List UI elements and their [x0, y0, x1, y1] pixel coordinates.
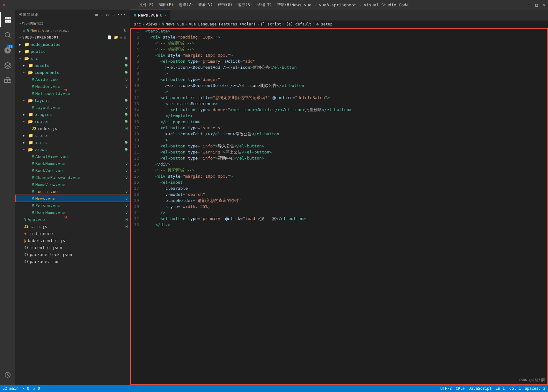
activity-explorer[interactable] [0, 12, 15, 27]
tree-main-js[interactable]: ▶ JS main.js M [15, 223, 130, 230]
more-icon[interactable]: ··· [117, 12, 126, 17]
public-arrow: ▶ [19, 50, 24, 53]
bc-sep3: › [185, 22, 187, 26]
plugins-folder-icon: 📁 [28, 112, 33, 117]
views-arrow: ▾ [23, 148, 28, 151]
hv-icon: V [32, 182, 34, 187]
warning-count[interactable]: ⚠ 0 [33, 386, 40, 391]
activity-git[interactable]: 21 [0, 43, 15, 58]
tree-aside-vue[interactable]: ▶ V Aside.vue U [15, 76, 130, 83]
git-branch[interactable]: ⎇ main [3, 386, 18, 391]
router-folder-icon: 📂 [28, 119, 33, 124]
layout-dot [125, 99, 128, 102]
git-badge: 21 [7, 45, 13, 48]
bc-sep4: › [257, 22, 259, 26]
code-line-10: ><el-icon><DocumentDelete /></el-icon>删除… [145, 82, 542, 89]
tree-index-js[interactable]: ▶ JS index.js M [15, 125, 130, 132]
tree-helloworld-vue[interactable]: ▶ V HelloWorld.vue [15, 90, 130, 97]
activity-extensions[interactable] [0, 73, 15, 89]
spaces[interactable]: Spaces: 2 [525, 386, 545, 391]
bookvue-badge: U [125, 168, 128, 173]
code-line-8: > [145, 70, 542, 76]
project-root-toggle[interactable]: ▾ VUE3-SPRINGBOOT 📄 📁 ↺ ⊡ [15, 34, 130, 41]
menu-terminal[interactable]: 终端(T) [257, 2, 272, 8]
open-editors-arrow: ▾ [19, 22, 21, 25]
code-editor[interactable]: 12345 678910 1112131415 1617181920 21222… [130, 28, 548, 385]
tree-components[interactable]: ▾ 📂 components [15, 69, 130, 76]
tab-close-btn[interactable]: ✕ [164, 13, 166, 18]
refresh-btn[interactable]: ↺ [120, 35, 122, 39]
tree-node-modules[interactable]: ▶ 📁 node_modules [15, 41, 130, 48]
tree-utils[interactable]: ▶ 📁 utils [15, 139, 130, 146]
tree-router[interactable]: ▾ 📂 router [15, 118, 130, 125]
tree-changepassword[interactable]: ▶ V ChangePassword.vue U [15, 174, 130, 181]
new-file-btn[interactable]: 📄 [107, 35, 112, 39]
tree-store[interactable]: ▶ 📁 store [15, 132, 130, 139]
tree-news-vue[interactable]: ▶ V News.vue U [15, 195, 130, 202]
bc-default: [e] default [286, 22, 311, 26]
menu-help[interactable]: 帮助(H) [277, 2, 292, 8]
code-line-20: <el-button type="info">导入公告</el-button> [145, 143, 542, 149]
tree-bookvue[interactable]: ▶ V BookVue.vue U [15, 167, 130, 174]
close-btn[interactable]: ✕ [543, 3, 545, 7]
line-ending[interactable]: CRLF [456, 386, 465, 391]
open-editors-toggle[interactable]: ▾ 打开的编辑器 [15, 20, 130, 27]
tree-layout-folder[interactable]: ▾ 📂 layout [15, 97, 130, 104]
menu-select[interactable]: 选择(V) [179, 2, 193, 8]
activity-remote[interactable] [0, 367, 15, 382]
cursor-position[interactable]: Ln 1, Col 1 [495, 386, 521, 391]
tree-aboutview[interactable]: ▶ V AboutView.vue [15, 153, 130, 160]
tree-plugins[interactable]: ▶ 📁 plugins [15, 111, 130, 118]
open-editor-news-vue[interactable]: ✕ V News.vue src/views U [15, 27, 130, 34]
tree-assets[interactable]: ▶ 📁 assets [15, 62, 130, 69]
tree-person[interactable]: ▶ V Person.vue U [15, 202, 130, 209]
tab-vue-icon: V [134, 13, 136, 18]
close-news-vue-icon[interactable]: ✕ [23, 29, 25, 33]
tree-layout-vue[interactable]: ▶ V Layout.vue U [15, 104, 130, 111]
code-line-27: clearable [145, 185, 542, 191]
language[interactable]: JavaScript [469, 386, 492, 391]
news-vue-tab[interactable]: V News.vue U ✕ [130, 10, 171, 21]
error-count[interactable]: ✕ 0 [22, 386, 29, 391]
menu-file[interactable]: 文件(F) [139, 2, 154, 8]
open-editors-section: ▾ 打开的编辑器 ✕ V News.vue src/views U [15, 20, 130, 34]
tree-views[interactable]: ▾ 📂 views [15, 146, 130, 153]
router-arrow: ▾ [23, 120, 28, 123]
menu-run[interactable]: 运行(R) [237, 2, 252, 8]
tree-src[interactable]: ▾ 📂 src [15, 55, 130, 62]
menu-view[interactable]: 查看(V) [198, 2, 213, 8]
collapse-btn[interactable]: ⊡ [124, 35, 126, 39]
menu-edit[interactable]: 编辑(E) [159, 2, 174, 8]
hv-label: HomeView.vue [35, 182, 65, 187]
tree-app-vue[interactable]: ▶ V App.vue M [15, 216, 130, 223]
folder-icon: 📁 [24, 42, 29, 47]
menu-goto[interactable]: 转到(G) [218, 2, 233, 8]
tree-package-lock[interactable]: ▶ {} package-lock.json [15, 251, 130, 258]
layout-arrow: ▾ [23, 99, 28, 102]
new-folder-icon[interactable]: ⊟ [100, 12, 103, 17]
tree-userhome[interactable]: ▶ V UserHome.vue U [15, 209, 130, 216]
activity-debug[interactable] [0, 58, 15, 73]
tree-public[interactable]: ▶ 📁 public [15, 48, 130, 55]
code-line-6: <el-button type="primary" @click="add" [145, 58, 542, 64]
encoding[interactable]: UTF-8 [440, 386, 452, 391]
refresh-icon[interactable]: ↺ [106, 12, 109, 17]
activity-search[interactable] [0, 27, 15, 43]
collapse-icon[interactable]: ⊡ [112, 12, 114, 17]
tree-bookhome[interactable]: ▶ V BookHome.vue U [15, 160, 130, 167]
tree-package[interactable]: ▶ {} package.json [15, 258, 130, 265]
tree-login[interactable]: ▶ V Login.vue U [15, 188, 130, 195]
tree-babel[interactable]: ▶ β babel.config.js [15, 237, 130, 244]
tree-gitignore[interactable]: ▶ ◆ .gitignore [15, 230, 130, 237]
public-label: public [31, 49, 46, 54]
tree-jsconfig[interactable]: ▶ {} jsconfig.json [15, 244, 130, 251]
tree-header-vue[interactable]: ▶ V Header.vue U [15, 83, 130, 90]
maximize-btn[interactable]: □ [535, 3, 538, 7]
new-folder-btn[interactable]: 📁 [114, 35, 118, 39]
tree-homeview[interactable]: ▶ V HomeView.vue [15, 181, 130, 188]
new-file-icon[interactable]: ⊞ [95, 12, 98, 17]
router-label: router [34, 119, 49, 124]
project-icons: 📄 📁 ↺ ⊡ [107, 35, 126, 39]
minimize-btn[interactable]: ─ [528, 3, 530, 7]
bc-sep2: › [158, 22, 161, 26]
